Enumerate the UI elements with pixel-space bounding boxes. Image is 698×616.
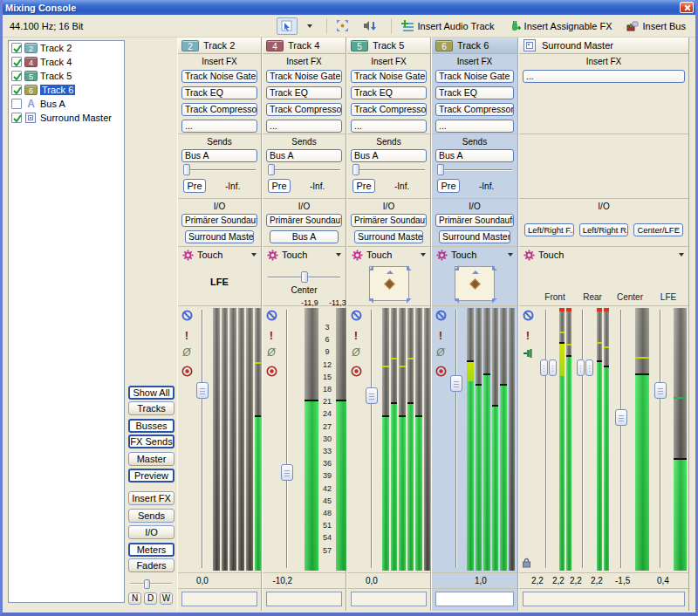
output-bus-button[interactable]: Center/LFE <box>633 223 683 236</box>
fx-bypass-button[interactable]: Ø <box>352 348 359 358</box>
solo-button[interactable]: ! <box>439 331 442 340</box>
checkbox[interactable] <box>11 71 22 81</box>
panner-position-diamond[interactable] <box>469 278 481 290</box>
channel-list[interactable]: 2Track 24Track 45Track 56Track 6ABus ASu… <box>8 40 125 603</box>
panel-button-insert-fx[interactable]: Insert FX <box>128 491 174 505</box>
fx-plugin-button[interactable]: Track Noise Gate <box>351 70 427 83</box>
surround-panner[interactable] <box>455 266 495 301</box>
lfe-fader[interactable] <box>654 310 667 568</box>
record-arm-button[interactable] <box>266 366 277 379</box>
automation-mode-dropdown[interactable]: Touch <box>263 247 346 263</box>
mute-button[interactable] <box>351 310 362 323</box>
pre-fader-toggle[interactable]: Pre <box>437 179 460 193</box>
automation-mode-dropdown[interactable]: Touch <box>347 247 430 263</box>
surround-panner[interactable] <box>369 266 409 301</box>
mute-button[interactable] <box>435 310 447 323</box>
solo-button[interactable]: ! <box>270 331 273 340</box>
record-arm-button[interactable] <box>351 366 362 379</box>
send-slider-thumb[interactable] <box>183 164 190 175</box>
scribble-strip-input[interactable] <box>435 592 514 606</box>
record-arm-button[interactable] <box>181 366 193 379</box>
input-device-button[interactable]: Primärer Soundaufna... <box>266 214 342 227</box>
fx-plugin-button[interactable]: Track Compressor <box>181 103 257 116</box>
fx-plugin-button[interactable]: Track Noise Gate <box>181 70 257 83</box>
list-item[interactable]: 6Track 6 <box>9 83 124 97</box>
view-button-preview[interactable]: Preview <box>128 469 174 483</box>
pre-fader-toggle[interactable]: Pre <box>183 179 206 193</box>
pre-fader-toggle[interactable]: Pre <box>352 179 375 193</box>
fx-plugin-button[interactable]: Track Compressor <box>351 103 427 116</box>
list-item[interactable]: 2Track 2 <box>9 41 124 55</box>
fx-plugin-button[interactable]: Track Compressor <box>435 103 514 116</box>
automation-mode-dropdown[interactable]: Touch <box>178 247 261 263</box>
fader-thumb[interactable] <box>654 382 667 399</box>
send-target-button[interactable]: Bus A <box>435 149 514 162</box>
fader-thumb[interactable] <box>366 387 378 404</box>
mute-button[interactable] <box>181 310 193 323</box>
properties-dropdown[interactable] <box>303 22 317 31</box>
output-bus-button[interactable]: Left/Right R... <box>579 223 629 236</box>
list-item[interactable]: 4Track 4 <box>9 55 124 69</box>
fader-thumb[interactable] <box>281 464 293 481</box>
view-button-busses[interactable]: Busses <box>128 419 174 433</box>
panel-button-sends[interactable]: Sends <box>128 509 174 523</box>
fader-mode-button-d[interactable]: D <box>144 592 157 605</box>
fader-mode-button-n[interactable]: N <box>128 592 141 605</box>
checkbox[interactable] <box>11 43 22 53</box>
send-target-button[interactable]: Bus A <box>181 149 257 162</box>
fx-plugin-button[interactable]: ... <box>523 70 685 83</box>
pan-slider[interactable] <box>268 271 340 284</box>
fit-view-button[interactable] <box>332 17 353 35</box>
fx-plugin-button[interactable]: Track EQ <box>435 86 514 99</box>
view-button-show-all[interactable]: Show All <box>128 386 174 400</box>
panel-button-meters[interactable]: Meters <box>128 543 174 557</box>
fx-plugin-button[interactable]: ... <box>435 120 514 133</box>
send-target-button[interactable]: Bus A <box>266 149 342 162</box>
mute-button[interactable] <box>523 310 534 323</box>
title-bar[interactable]: Mixing Console <box>0 0 698 15</box>
strip-header[interactable]: 5Track 5 <box>347 38 430 54</box>
view-button-master[interactable]: Master <box>128 452 174 466</box>
solo-button[interactable]: ! <box>185 331 188 340</box>
input-device-button[interactable]: Primärer Soundaufna... <box>435 214 514 227</box>
send-level-slider[interactable] <box>352 164 425 176</box>
strip-header[interactable]: Surround Master <box>519 38 688 54</box>
fx-bypass-button[interactable]: Ø <box>182 348 190 358</box>
fader-thumb[interactable] <box>615 409 627 426</box>
fader-thumb[interactable] <box>577 359 585 376</box>
strip-header[interactable]: 2Track 2 <box>178 38 261 54</box>
fx-plugin-button[interactable]: ... <box>181 120 257 133</box>
front-fader[interactable] <box>540 310 552 568</box>
fx-plugin-button[interactable]: Track Compressor <box>266 103 342 116</box>
list-item[interactable]: Surround Master <box>9 111 124 125</box>
pre-fader-toggle[interactable]: Pre <box>268 179 291 193</box>
checkbox[interactable] <box>11 113 22 123</box>
downmix-button[interactable] <box>359 17 381 35</box>
output-bus-button[interactable]: Surround Master <box>354 230 423 243</box>
input-device-button[interactable]: Primärer Soundaufna... <box>181 214 257 227</box>
center-fader[interactable] <box>615 310 627 568</box>
channel-fader[interactable] <box>196 310 209 568</box>
checkbox[interactable] <box>11 57 22 67</box>
checkbox[interactable] <box>11 99 22 109</box>
fader-thumb[interactable] <box>450 375 462 392</box>
fader-thumb[interactable] <box>549 359 557 376</box>
fx-plugin-button[interactable]: Track Noise Gate <box>266 70 342 83</box>
automation-mode-dropdown[interactable]: Touch <box>432 247 517 263</box>
send-level-slider[interactable] <box>183 164 256 176</box>
send-target-button[interactable]: Bus A <box>351 149 427 162</box>
fx-plugin-button[interactable]: Track EQ <box>351 86 427 99</box>
fader-mode-button-w[interactable]: W <box>160 592 173 605</box>
strip-header[interactable]: 4Track 4 <box>263 38 346 54</box>
scribble-strip-input[interactable] <box>351 592 427 606</box>
insert-assignable-fx-button[interactable]: Insert Assignable FX <box>504 17 617 35</box>
close-button[interactable] <box>680 2 694 13</box>
output-bus-button[interactable]: Left/Right F... <box>524 223 574 236</box>
channel-fader[interactable] <box>366 310 378 568</box>
fader-thumb[interactable] <box>196 382 209 399</box>
panner-position-diamond[interactable] <box>384 278 395 290</box>
send-level-slider[interactable] <box>268 164 340 176</box>
panel-button-i-o[interactable]: I/O <box>128 525 174 539</box>
record-arm-button[interactable] <box>435 366 447 379</box>
fx-bypass-button[interactable]: Ø <box>267 348 275 358</box>
